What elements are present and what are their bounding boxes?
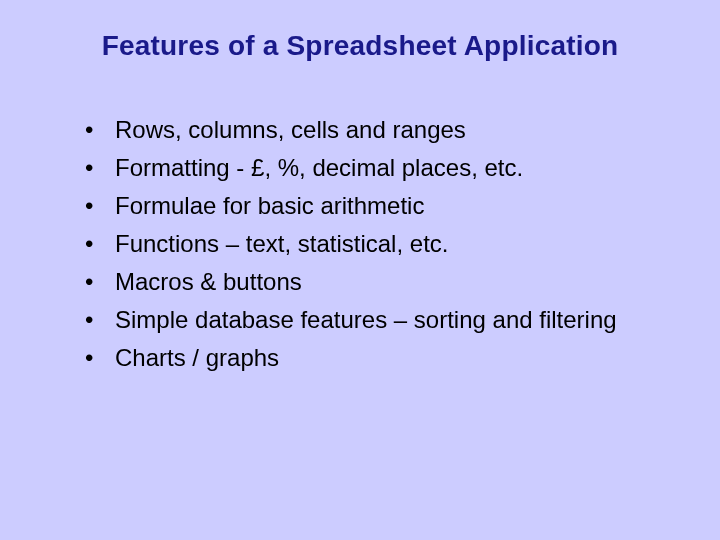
list-item: Macros & buttons [85,264,665,300]
list-item: Rows, columns, cells and ranges [85,112,665,148]
slide-title: Features of a Spreadsheet Application [55,30,665,62]
list-item: Charts / graphs [85,340,665,376]
list-item: Formulae for basic arithmetic [85,188,665,224]
list-item: Formatting - £, %, decimal places, etc. [85,150,665,186]
bullet-list: Rows, columns, cells and ranges Formatti… [55,112,665,376]
list-item: Simple database features – sorting and f… [85,302,665,338]
list-item: Functions – text, statistical, etc. [85,226,665,262]
